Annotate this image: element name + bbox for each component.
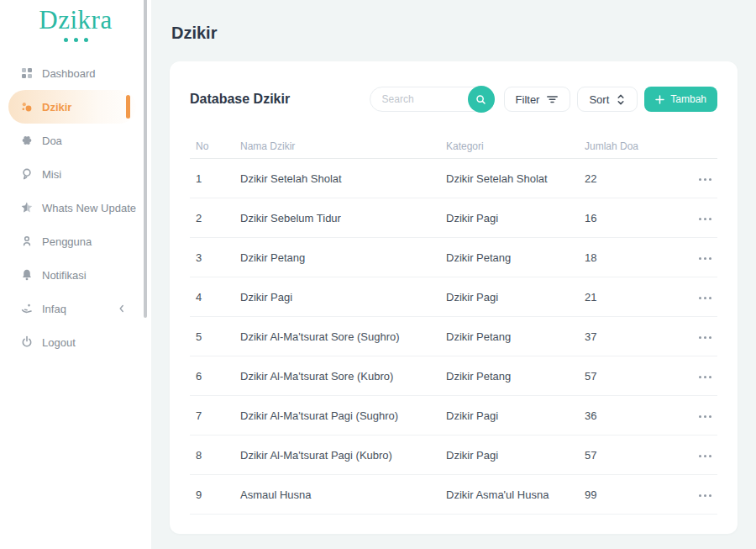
sidebar-item-doa[interactable]: Doa bbox=[0, 124, 151, 157]
table-row: 6 Dzikir Al-Ma'tsurat Sore (Kubro) Dziki… bbox=[190, 356, 717, 396]
cell-no: 8 bbox=[190, 449, 234, 462]
row-actions-button[interactable] bbox=[696, 410, 715, 423]
column-header-nama: Nama Dzikir bbox=[234, 140, 440, 152]
cell-nama: Dzikir Al-Ma'tsurat Sore (Kubro) bbox=[234, 370, 440, 383]
cell-kategori: Dzikir Petang bbox=[440, 370, 579, 383]
column-header-kategori: Kategori bbox=[440, 140, 579, 152]
row-actions-button[interactable] bbox=[696, 173, 715, 186]
row-actions-button[interactable] bbox=[696, 252, 715, 265]
sidebar-item-label: Notifikasi bbox=[42, 269, 87, 282]
sort-arrows-icon bbox=[616, 93, 626, 106]
row-actions-button[interactable] bbox=[696, 450, 715, 462]
cell-jumlah: 21 bbox=[579, 291, 671, 304]
add-button[interactable]: Tambah bbox=[644, 87, 717, 112]
sidebar-item-label: Dashboard bbox=[42, 67, 96, 80]
sidebar-item-dashboard[interactable]: Dashboard bbox=[0, 56, 151, 90]
cell-kategori: Dzikir Asma'ul Husna bbox=[440, 488, 579, 501]
sort-button-label: Sort bbox=[589, 93, 609, 106]
row-actions-button[interactable] bbox=[696, 213, 715, 225]
cell-no: 2 bbox=[190, 212, 234, 224]
logo-text: Dzikra bbox=[0, 5, 151, 35]
row-actions-button[interactable] bbox=[696, 292, 715, 304]
cell-jumlah: 36 bbox=[579, 409, 671, 422]
medal-icon bbox=[20, 167, 34, 181]
cell-no: 1 bbox=[190, 172, 234, 185]
logo: Dzikra bbox=[0, 0, 151, 42]
sidebar-nav: Dashboard Dzikir D bbox=[0, 56, 151, 359]
bell-icon bbox=[20, 268, 34, 282]
cell-jumlah: 57 bbox=[579, 370, 671, 383]
cell-no: 6 bbox=[190, 370, 234, 383]
filter-lines-icon bbox=[546, 93, 559, 105]
search-box bbox=[370, 87, 494, 112]
sidebar-item-label: Logout bbox=[42, 336, 76, 349]
sidebar-item-notifikasi[interactable]: Notifikasi bbox=[0, 258, 151, 292]
row-actions-button[interactable] bbox=[696, 489, 715, 502]
cell-nama: Dzikir Al-Ma'tsurat Pagi (Kubro) bbox=[234, 449, 440, 462]
cell-nama: Dzikir Sebelum Tidur bbox=[234, 212, 440, 224]
cell-jumlah: 37 bbox=[579, 330, 671, 343]
sidebar-item-whats-new[interactable]: Whats New Update bbox=[0, 191, 151, 224]
sidebar-item-label: Dzikir bbox=[42, 101, 71, 113]
sort-button[interactable]: Sort bbox=[577, 87, 638, 112]
flower-icon bbox=[20, 134, 34, 147]
table-row: 5 Dzikir Al-Ma'tsurat Sore (Sughro) Dzik… bbox=[190, 317, 717, 356]
column-header-jumlah: Jumlah Doa bbox=[579, 140, 671, 152]
cell-nama: Asmaul Husna bbox=[234, 488, 440, 501]
dashboard-grid-icon bbox=[20, 66, 34, 80]
sidebar-item-dzikir[interactable]: Dzikir bbox=[8, 90, 136, 124]
cell-nama: Dzikir Al-Ma'tsurat Sore (Sughro) bbox=[234, 330, 440, 343]
cell-kategori: Dzikir Pagi bbox=[440, 449, 579, 462]
plus-icon bbox=[655, 95, 664, 104]
cell-jumlah: 18 bbox=[579, 251, 671, 264]
row-actions-button[interactable] bbox=[696, 371, 715, 383]
cell-kategori: Dzikir Petang bbox=[440, 251, 579, 264]
cell-kategori: Dzikir Pagi bbox=[440, 409, 579, 422]
sidebar-item-logout[interactable]: Logout bbox=[0, 325, 151, 359]
table-header: No Nama Dzikir Kategori Jumlah Doa bbox=[190, 134, 717, 159]
cell-jumlah: 99 bbox=[579, 488, 671, 501]
cell-nama: Dzikir Setelah Sholat bbox=[234, 172, 440, 185]
sidebar-scrollbar[interactable] bbox=[144, 0, 147, 318]
page-title: Dzikir bbox=[171, 24, 738, 43]
card-header: Database Dzikir Filter bbox=[190, 61, 717, 112]
sidebar-item-label: Doa bbox=[42, 135, 62, 147]
cell-no: 4 bbox=[190, 291, 234, 304]
sidebar-item-label: Whats New Update bbox=[42, 202, 136, 214]
sidebar-item-label: Pengguna bbox=[42, 235, 92, 248]
cell-nama: Dzikir Pagi bbox=[234, 291, 440, 304]
cell-nama: Dzikir Al-Ma'tsurat Pagi (Sughro) bbox=[234, 409, 440, 422]
filter-button-label: Filter bbox=[516, 93, 540, 106]
sidebar: Dzikra Dashboard D bbox=[0, 0, 151, 549]
sidebar-item-infaq[interactable]: Infaq bbox=[0, 292, 151, 325]
cell-no: 9 bbox=[190, 488, 234, 501]
chevron-left-icon[interactable] bbox=[118, 304, 126, 313]
table-row: 9 Asmaul Husna Dzikir Asma'ul Husna 99 bbox=[190, 475, 717, 515]
add-button-label: Tambah bbox=[670, 93, 706, 105]
main-content: Dzikir Database Dzikir bbox=[151, 0, 756, 549]
search-icon bbox=[475, 93, 487, 106]
prayer-beads-icon bbox=[20, 100, 34, 113]
table-controls: Filter Sort bbox=[370, 87, 717, 112]
sidebar-item-pengguna[interactable]: Pengguna bbox=[0, 224, 151, 258]
sidebar-item-label: Misi bbox=[42, 168, 61, 181]
cell-kategori: Dzikir Setelah Sholat bbox=[440, 172, 579, 185]
cell-kategori: Dzikir Pagi bbox=[440, 212, 579, 224]
sidebar-item-misi[interactable]: Misi bbox=[0, 157, 151, 191]
database-card: Database Dzikir Filter bbox=[170, 61, 738, 534]
user-icon bbox=[20, 235, 34, 248]
cell-kategori: Dzikir Pagi bbox=[440, 291, 579, 304]
cell-no: 3 bbox=[190, 251, 234, 264]
table-row: 1 Dzikir Setelah Sholat Dzikir Setelah S… bbox=[190, 159, 717, 198]
row-actions-button[interactable] bbox=[696, 331, 715, 344]
search-button[interactable] bbox=[468, 86, 495, 113]
logo-dots-icon bbox=[0, 38, 151, 42]
filter-button[interactable]: Filter bbox=[504, 87, 571, 112]
table-row: 7 Dzikir Al-Ma'tsurat Pagi (Sughro) Dzik… bbox=[190, 396, 717, 436]
cell-jumlah: 16 bbox=[579, 212, 671, 224]
power-icon bbox=[20, 335, 34, 349]
cell-jumlah: 22 bbox=[579, 172, 671, 185]
cell-no: 5 bbox=[190, 330, 234, 343]
column-header-no: No bbox=[190, 140, 234, 152]
hand-heart-icon bbox=[20, 302, 34, 315]
